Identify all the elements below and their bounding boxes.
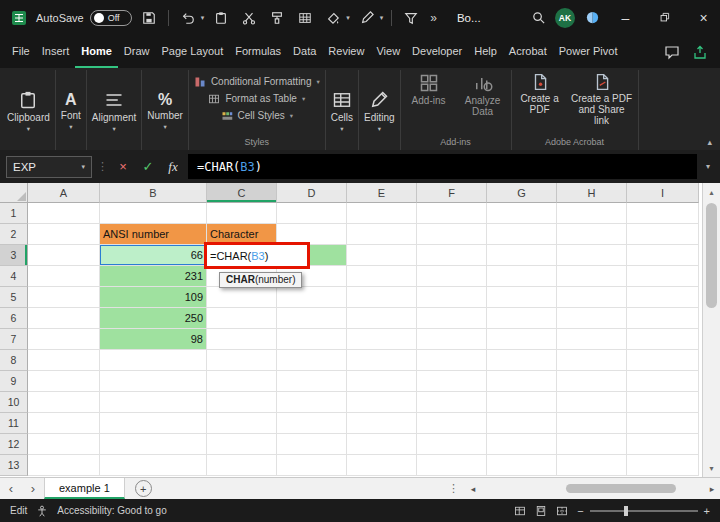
row-header-12[interactable]: 12 — [0, 434, 28, 455]
format-as-table-button[interactable]: Format as Table ▾ — [208, 90, 305, 107]
cell-I9[interactable] — [627, 371, 699, 392]
cell-D11[interactable] — [277, 413, 347, 434]
cell-D6[interactable] — [277, 308, 347, 329]
cell-H2[interactable] — [557, 224, 627, 245]
cell-I4[interactable] — [627, 266, 699, 287]
cell-B5[interactable]: 109 — [100, 287, 207, 308]
cell-G9[interactable] — [487, 371, 557, 392]
cell-E3[interactable] — [347, 245, 417, 266]
cell-G3[interactable] — [487, 245, 557, 266]
tab-view[interactable]: View — [370, 35, 406, 68]
search-icon[interactable] — [527, 6, 549, 30]
cell-G7[interactable] — [487, 329, 557, 350]
cell-F10[interactable] — [417, 392, 487, 413]
excel-app-icon[interactable] — [8, 6, 30, 30]
cell-H4[interactable] — [557, 266, 627, 287]
tab-home[interactable]: Home — [75, 35, 118, 68]
col-header-I[interactable]: I — [627, 183, 699, 203]
cell-A8[interactable] — [28, 350, 100, 371]
page-break-view-icon[interactable] — [556, 505, 568, 517]
scroll-down-icon[interactable]: ▾ — [703, 459, 720, 477]
cell-E12[interactable] — [347, 434, 417, 455]
col-header-H[interactable]: H — [557, 183, 627, 203]
fill-color-icon[interactable] — [322, 6, 344, 30]
row-header-10[interactable]: 10 — [0, 392, 28, 413]
sheet-tab-example-1[interactable]: example 1 — [44, 478, 125, 499]
scroll-left-icon[interactable]: ◂ — [465, 484, 481, 494]
cell-B12[interactable] — [100, 434, 207, 455]
cell-D7[interactable] — [277, 329, 347, 350]
group-clipboard[interactable]: Clipboard ▾ — [2, 70, 56, 150]
cell-A6[interactable] — [28, 308, 100, 329]
cell-H13[interactable] — [557, 455, 627, 476]
col-header-C[interactable]: C — [207, 183, 277, 203]
cell-E1[interactable] — [347, 203, 417, 224]
cell-B11[interactable] — [100, 413, 207, 434]
cell-F7[interactable] — [417, 329, 487, 350]
group-editing[interactable]: Editing ▾ — [359, 70, 401, 150]
cell-D9[interactable] — [277, 371, 347, 392]
cancel-entry-button[interactable]: × — [113, 157, 133, 177]
row-header-13[interactable]: 13 — [0, 455, 28, 476]
prev-sheet-button[interactable]: ‹ — [0, 478, 22, 499]
cell-I8[interactable] — [627, 350, 699, 371]
cell-B3[interactable]: 66 — [100, 245, 207, 266]
formula-input[interactable]: =CHAR( B3 ) — [188, 154, 697, 179]
horizontal-scrollbar[interactable]: ◂ ▸ — [465, 478, 720, 499]
share-icon[interactable] — [686, 35, 714, 68]
group-cells[interactable]: Cells ▾ — [326, 70, 359, 150]
cell-E10[interactable] — [347, 392, 417, 413]
cell-F6[interactable] — [417, 308, 487, 329]
cell-A9[interactable] — [28, 371, 100, 392]
number-button[interactable]: % Number ▾ — [147, 92, 183, 130]
cell-D13[interactable] — [277, 455, 347, 476]
cell-H3[interactable] — [557, 245, 627, 266]
cell-A12[interactable] — [28, 434, 100, 455]
cell-H7[interactable] — [557, 329, 627, 350]
cell-C8[interactable] — [207, 350, 277, 371]
expand-formula-bar-icon[interactable]: ▾ — [702, 162, 714, 171]
chevron-down-icon[interactable]: ▾ — [380, 14, 384, 22]
autosave-toggle[interactable]: Off — [90, 10, 132, 26]
cell-G10[interactable] — [487, 392, 557, 413]
cell-D12[interactable] — [277, 434, 347, 455]
copilot-icon[interactable] — [581, 6, 603, 30]
chevron-down-icon[interactable]: ▾ — [201, 14, 205, 22]
select-all-corner[interactable] — [0, 183, 28, 203]
cell-A3[interactable] — [28, 245, 100, 266]
avatar[interactable]: AK — [555, 8, 575, 28]
filter-icon[interactable] — [400, 6, 422, 30]
chevron-down-icon[interactable]: ▾ — [346, 14, 350, 22]
cell-I3[interactable] — [627, 245, 699, 266]
vertical-scrollbar[interactable]: ▴ ▾ — [702, 183, 720, 477]
scroll-right-icon[interactable]: ▸ — [704, 484, 720, 494]
cell-D10[interactable] — [277, 392, 347, 413]
analyze-data-button[interactable]: Analyze Data — [460, 73, 506, 117]
row-header-2[interactable]: 2 — [0, 224, 28, 245]
group-number[interactable]: % Number ▾ — [142, 70, 189, 150]
font-button[interactable]: A Font ▾ — [61, 92, 81, 130]
chevron-down-icon[interactable]: ▾ — [81, 163, 85, 171]
cell-A7[interactable] — [28, 329, 100, 350]
cell-F13[interactable] — [417, 455, 487, 476]
cell-B1[interactable] — [100, 203, 207, 224]
tabstrip-splitter[interactable]: ⋮ — [442, 482, 465, 495]
cell-C11[interactable] — [207, 413, 277, 434]
cell-H1[interactable] — [557, 203, 627, 224]
name-box[interactable]: EXP ▾ — [6, 156, 92, 178]
cell-C5[interactable] — [207, 287, 277, 308]
cell-styles-button[interactable]: Cell Styles ▾ — [221, 107, 294, 124]
cell-G13[interactable] — [487, 455, 557, 476]
cell-B10[interactable] — [100, 392, 207, 413]
cell-E8[interactable] — [347, 350, 417, 371]
cell-A10[interactable] — [28, 392, 100, 413]
col-header-B[interactable]: B — [100, 183, 207, 203]
draw-pen-icon[interactable] — [356, 6, 378, 30]
row-header-4[interactable]: 4 — [0, 266, 28, 287]
cut-icon[interactable] — [238, 6, 260, 30]
group-font[interactable]: A Font ▾ — [56, 70, 87, 150]
cell-I2[interactable] — [627, 224, 699, 245]
cell-C10[interactable] — [207, 392, 277, 413]
vertical-scrollbar-thumb[interactable] — [706, 203, 717, 308]
cell-C12[interactable] — [207, 434, 277, 455]
